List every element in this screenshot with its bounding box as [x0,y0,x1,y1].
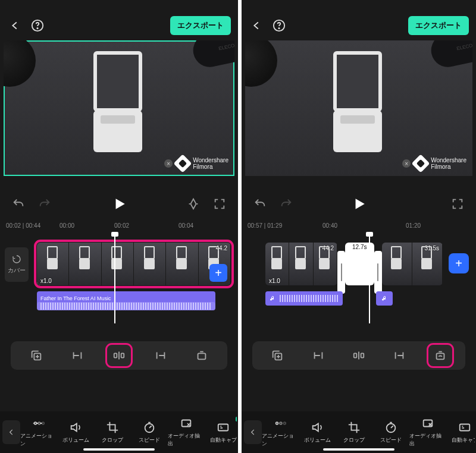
tool-crop[interactable]: クロップ [336,417,372,448]
phone-right: エクスポート ELECOM × WondershareFilmora 00:57… [238,0,476,453]
watermark: × WondershareFilmora [402,157,466,170]
duration-label: 31.5s [425,245,439,251]
audio-clip[interactable] [265,291,343,306]
copy-button[interactable] [265,345,289,366]
svg-point-6 [35,422,37,424]
split-button[interactable] [107,345,131,366]
play-button[interactable] [351,196,367,212]
home-indicator [83,448,155,451]
svg-point-7 [38,422,40,424]
close-watermark-icon[interactable]: × [402,159,411,168]
help-button[interactable] [31,19,44,32]
trim-left-button[interactable] [306,345,330,366]
add-clip-button[interactable]: + [449,253,469,273]
svg-point-13 [278,28,279,29]
add-clip-button[interactable]: + [209,264,227,282]
redo-button[interactable] [280,197,293,210]
playhead[interactable] [114,234,115,323]
fullscreen-button[interactable] [213,197,226,210]
cover-button[interactable]: カバー [5,247,29,282]
ruler-tick: 00:02 [114,222,129,229]
tool-audio-extract[interactable]: オーディオ抽出 [168,417,205,448]
tool-auto-caption[interactable]: 自動キャプ [446,417,475,448]
video-clip[interactable]: 31.5s [382,243,443,285]
tool-crop[interactable]: クロップ [94,417,131,448]
tool-volume[interactable]: ボリューム [299,417,336,448]
speed-label: x1.0 [269,278,280,284]
svg-point-19 [280,422,282,424]
tool-volume[interactable]: ボリューム [57,417,94,448]
redo-button[interactable] [38,197,51,210]
svg-point-18 [276,422,278,424]
toolbar-back-button[interactable] [2,420,20,444]
clip-handle[interactable] [337,251,345,294]
tool-auto-caption[interactable]: 自動キャプ [205,417,237,448]
ruler-tick: 00:40 [322,222,337,229]
video-preview[interactable]: ELECOM × WondershareFilmora [4,40,234,176]
topbar: エクスポート [242,11,476,40]
video-preview[interactable]: ELECOM × WondershareFilmora [245,40,472,176]
trim-right-button[interactable] [149,345,173,366]
timeline[interactable]: x1.0 44.2 12.7s 31.5s + [242,234,476,323]
svg-point-1 [37,28,37,29]
split-button[interactable] [347,345,371,366]
back-button[interactable] [8,19,21,32]
phone-left: エクスポート ELECOM × WondershareFilmora 00:02… [0,0,238,453]
svg-rect-11 [218,424,228,430]
transport-bar [242,187,476,221]
tool-speed[interactable]: スピード [372,417,409,448]
audio-title: Father In The Forest AI Music [40,295,111,301]
play-button[interactable] [111,196,127,212]
video-clip[interactable]: x1.0 44.2 + [37,243,231,285]
copy-button[interactable] [24,345,48,366]
keyframe-button[interactable] [187,197,200,210]
replace-button[interactable] [190,345,214,366]
time-ruler[interactable]: 00:02 | 00:44 00:00 00:02 00:04 [0,221,238,234]
svg-point-20 [284,422,286,424]
timeline[interactable]: カバー x1.0 44.2 + Father In The Forest AI … [0,234,238,323]
transport-bar [0,187,238,221]
svg-rect-4 [121,353,124,357]
trim-right-button[interactable] [387,345,411,366]
tool-animation[interactable]: アニメーション [20,417,57,448]
edit-toolbar [252,341,465,370]
toolbar-back-button[interactable] [244,420,262,444]
svg-rect-15 [354,353,357,357]
home-indicator [323,448,394,451]
duration-label: 44.2 [322,245,334,251]
filmora-logo-icon [412,154,430,172]
tool-animation[interactable]: アニメーション [262,417,299,448]
close-watermark-icon[interactable]: × [164,159,173,168]
svg-rect-5 [198,353,206,359]
time-display: 00:02 | 00:44 [6,222,40,229]
help-button[interactable] [273,19,286,32]
back-button[interactable] [250,19,263,32]
playhead[interactable] [369,234,370,323]
export-button[interactable]: エクスポート [170,16,231,35]
edit-toolbar [11,341,227,370]
watermark: × WondershareFilmora [164,157,228,170]
bottom-toolbar: アニメーション ボリューム クロップ スピード オーディオ抽出 自動キャプ [242,411,476,453]
svg-rect-16 [361,353,364,357]
time-display: 00:57 | 01:29 [248,222,282,229]
duration-label: 44.2 [216,245,227,251]
tool-speed[interactable]: スピード [131,417,168,448]
trim-left-button[interactable] [65,345,89,366]
ruler-tick: 00:04 [178,222,193,229]
fullscreen-button[interactable] [451,197,464,210]
speed-label: x1.0 [40,278,52,284]
video-clip[interactable]: x1.0 44.2 [265,243,337,285]
undo-button[interactable] [253,197,267,210]
topbar: エクスポート [0,11,238,40]
export-button[interactable]: エクスポート [408,16,469,35]
bottom-toolbar: アニメーション ボリューム クロップ スピード オーディオ抽出 自動キャプ [0,411,238,453]
undo-button[interactable] [12,197,25,210]
clip-handle[interactable] [374,251,382,294]
tool-audio-extract[interactable]: オーディオ抽出 [409,417,446,448]
svg-point-8 [42,422,45,424]
audio-clip-small[interactable] [376,291,393,306]
time-ruler[interactable]: 00:57 | 01:29 00:40 01:20 [242,221,476,234]
ruler-tick: 01:20 [406,222,421,229]
replace-button[interactable] [428,345,452,366]
filmora-logo-icon [174,154,192,172]
